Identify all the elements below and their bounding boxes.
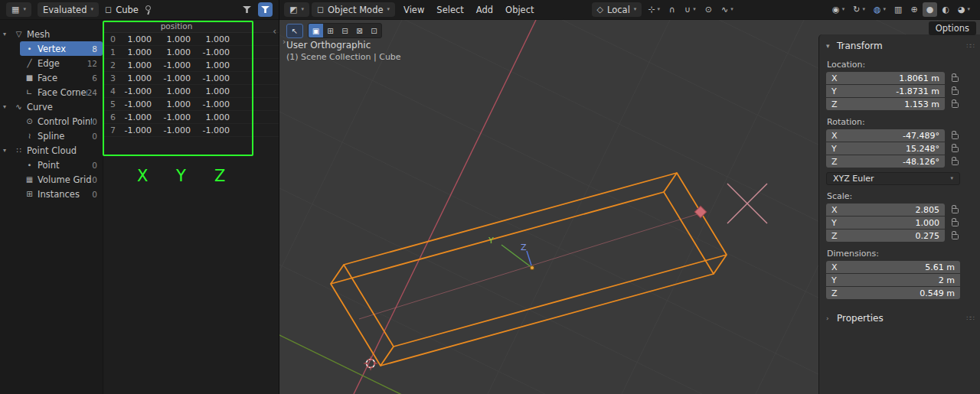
- select-mode-invert[interactable]: ⊠: [352, 24, 367, 37]
- table-column-header[interactable]: position: [104, 20, 279, 33]
- chevron-down-icon: ▾: [693, 7, 696, 12]
- proportional-edit-toggle[interactable]: ⊙: [701, 2, 716, 17]
- menu-add[interactable]: Add: [470, 3, 499, 17]
- rotation-mode-dropdown[interactable]: XYZ Euler ▾: [826, 172, 960, 185]
- snap-magnet-toggle-icon: ∩: [669, 5, 675, 14]
- select-mode-subtract[interactable]: ⊟: [338, 24, 352, 37]
- dataset-dropdown[interactable]: Evaluated ▾: [38, 2, 99, 17]
- table-row: 01.0001.0001.000: [104, 33, 279, 46]
- rotation-x-field[interactable]: X-47.489°: [826, 129, 945, 142]
- select-mode-set[interactable]: ▣: [309, 24, 323, 37]
- chevron-down-icon: ▾: [950, 176, 953, 181]
- dimensions-x-field[interactable]: X5.61 m: [826, 261, 960, 273]
- menu-view[interactable]: View: [397, 3, 430, 17]
- lock-rotation-y-icon[interactable]: [950, 145, 960, 152]
- viewport-header-tools: ⊹▾∩∪▾⊙∿▾: [644, 2, 737, 17]
- lock-location-y-icon[interactable]: [950, 87, 960, 95]
- shading-material-button[interactable]: ◐: [938, 2, 953, 17]
- location-y-field[interactable]: Y-1.8731 m: [826, 85, 945, 97]
- rotation-mode-value: XYZ Euler: [833, 174, 874, 184]
- rotation-y-field[interactable]: Y15.248°: [826, 142, 945, 155]
- object-visibility-button[interactable]: ◉▾: [828, 2, 848, 17]
- filter-toggle-button[interactable]: [258, 2, 273, 17]
- cube-wireframe[interactable]: [331, 173, 727, 366]
- empty-axes-cross[interactable]: [727, 184, 767, 223]
- gizmos-toggle-button[interactable]: ↻▾: [849, 2, 869, 17]
- lock-location-x-icon[interactable]: [950, 74, 960, 82]
- toolbar-expand-icon[interactable]: ›: [283, 37, 286, 47]
- tree-item-face[interactable]: ■Face6: [0, 70, 103, 85]
- tree-item-point-cloud[interactable]: ▾∷Point Cloud: [0, 143, 103, 158]
- lock-rotation-x-icon[interactable]: [950, 132, 960, 139]
- spreadsheet-editor-type-button[interactable]: ▦ ▾: [6, 2, 31, 17]
- snap-magnet-toggle[interactable]: ∩: [665, 2, 679, 17]
- mode-dropdown[interactable]: ◻ Object Mode ▾: [312, 2, 395, 17]
- lock-location-z-icon[interactable]: [950, 100, 960, 108]
- select-mode-intersect[interactable]: ⊡: [367, 24, 381, 37]
- overlays-toggle-button[interactable]: ◍▾: [870, 2, 890, 17]
- spreadsheet-header-right: [243, 2, 273, 17]
- menu-object[interactable]: Object: [499, 3, 540, 17]
- scale-y-field[interactable]: Y1.000: [826, 217, 945, 229]
- tree-item-vertex[interactable]: ∙Vertex8: [20, 41, 103, 56]
- dimensions-y-field[interactable]: Y2 m: [826, 274, 960, 286]
- tree-item-curve[interactable]: ▾∿Curve: [0, 99, 103, 114]
- shading-material-icon: ◐: [942, 5, 949, 14]
- xray-toggle-button[interactable]: ▥: [890, 2, 906, 17]
- tree-item-edge[interactable]: ╱Edge12: [0, 56, 103, 70]
- chevron-down-icon: ▾: [387, 7, 390, 12]
- tree-item-control-point[interactable]: ⊙Control Point0: [0, 114, 103, 129]
- transform-panel-header[interactable]: ▾ Transform ∷∷: [826, 38, 974, 54]
- viewport-toolbar: ↖ ▣⊞⊟⊠⊡: [286, 23, 382, 38]
- lock-rotation-z-icon[interactable]: [950, 158, 960, 165]
- rotation-z-field[interactable]: Z-48.126°: [826, 155, 945, 168]
- select-mode-extend[interactable]: ⊞: [323, 24, 338, 37]
- lock-scale-x-icon[interactable]: [950, 206, 960, 213]
- expander-icon[interactable]: ▾: [3, 147, 13, 154]
- region-collapse-icon[interactable]: ‹: [273, 26, 276, 37]
- dimensions-z-field[interactable]: Z0.549 m: [826, 287, 960, 299]
- snap-options-dropdown[interactable]: ∪▾: [681, 2, 700, 17]
- tweak-tool-button[interactable]: ↖: [286, 24, 303, 38]
- z-axis-label: Z: [521, 243, 527, 252]
- lock-scale-y-icon[interactable]: [950, 219, 960, 226]
- filter-funnel-icon[interactable]: [243, 6, 251, 13]
- vertex-diamond-handle[interactable]: [694, 206, 707, 218]
- tree-item-mesh[interactable]: ▾▽Mesh: [0, 27, 103, 41]
- tree-item-instances[interactable]: ⊞Instances0: [0, 187, 103, 201]
- expander-icon[interactable]: ▾: [3, 31, 13, 37]
- shading-wireframe-button[interactable]: ⊕: [906, 2, 921, 17]
- chevron-down-icon: ▾: [884, 7, 887, 12]
- expander-icon[interactable]: ▾: [3, 103, 13, 110]
- object-icon: ◻: [105, 5, 112, 14]
- options-button[interactable]: Options: [929, 21, 976, 35]
- object-visibility-icon: ◉: [832, 5, 840, 14]
- location-z-field[interactable]: Z1.153 m: [826, 98, 945, 110]
- world-x-axis-line: [354, 20, 536, 394]
- panel-grip-icon[interactable]: ∷∷: [967, 42, 974, 50]
- panel-grip-icon[interactable]: ∷∷: [967, 314, 974, 322]
- funnel-icon: [261, 6, 270, 13]
- overlays-toggle-icon: ◍: [874, 5, 881, 14]
- properties-panel-header[interactable]: › Properties ∷∷: [826, 311, 974, 326]
- location-x-field[interactable]: X1.8061 m: [826, 72, 945, 84]
- scale-x-field[interactable]: X2.805: [826, 204, 945, 216]
- dimensions-label: Dimensions:: [827, 249, 960, 259]
- pin-icon[interactable]: [145, 5, 152, 15]
- tree-item-face-corner[interactable]: ∟Face Corner24: [0, 85, 103, 99]
- tree-item-spline[interactable]: ≀Spline0: [0, 129, 103, 143]
- tree-item-volume-grids[interactable]: ▦Volume Grids0: [0, 172, 103, 187]
- viewport-editor-type-button[interactable]: ◩ ▾: [284, 2, 309, 17]
- transform-orientation-dropdown[interactable]: ◇ Local ▾: [592, 2, 642, 17]
- scale-z-field[interactable]: Z0.275: [826, 230, 945, 242]
- chevron-down-icon: ▾: [90, 7, 93, 12]
- shading-rendered-button[interactable]: ◕▾: [954, 2, 974, 17]
- object-breadcrumb[interactable]: ◻ Cube: [105, 5, 139, 15]
- proportional-falloff-dropdown[interactable]: ∿▾: [717, 2, 737, 17]
- menu-select[interactable]: Select: [430, 3, 469, 17]
- spreadsheet-tree: ▾▽Mesh∙Vertex8╱Edge12■Face6∟Face Corner2…: [0, 20, 103, 394]
- pivot-point-dropdown[interactable]: ⊹▾: [644, 2, 664, 17]
- tree-item-point[interactable]: ∙Point0: [0, 158, 103, 172]
- shading-solid-button[interactable]: ●: [923, 2, 938, 17]
- lock-scale-z-icon[interactable]: [950, 232, 960, 239]
